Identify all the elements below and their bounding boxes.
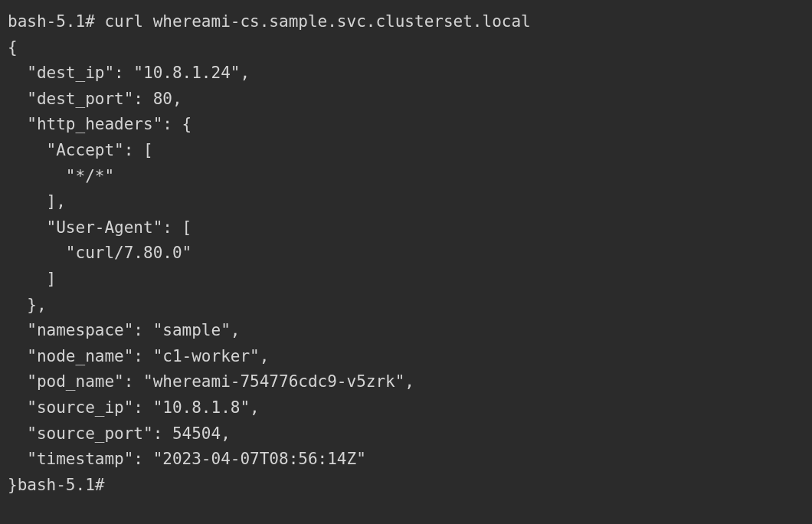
json-line: "node_name": "c1-worker", — [8, 344, 804, 370]
last-line: }bash-5.1# — [8, 473, 804, 499]
json-line: "source_port": 54504, — [8, 421, 804, 447]
json-line: "pod_name": "whereami-754776cdc9-v5zrk", — [8, 369, 804, 395]
json-line: { — [8, 35, 804, 61]
json-line: "*/*" — [8, 164, 804, 190]
shell-prompt: bash-5.1# — [8, 12, 104, 31]
json-line: ], — [8, 189, 804, 215]
json-line: "http_headers": { — [8, 112, 804, 138]
json-line: }, — [8, 293, 804, 319]
json-line: "Accept": [ — [8, 138, 804, 164]
json-line: "dest_port": 80, — [8, 87, 804, 113]
json-line: "timestamp": "2023-04-07T08:56:14Z" — [8, 447, 804, 473]
json-line: "dest_ip": "10.8.1.24", — [8, 61, 804, 87]
json-close: } — [8, 476, 18, 494]
shell-prompt: bash-5.1# — [18, 476, 114, 494]
command-line: bash-5.1# curl whereami-cs.sample.svc.cl… — [8, 9, 804, 35]
json-line: "User-Agent": [ — [8, 215, 804, 241]
terminal-window[interactable]: bash-5.1# curl whereami-cs.sample.svc.cl… — [8, 9, 804, 498]
json-line: "namespace": "sample", — [8, 318, 804, 344]
json-line: "curl/7.80.0" — [8, 241, 804, 267]
json-line: ] — [8, 267, 804, 293]
json-response: { "dest_ip": "10.8.1.24", "dest_port": 8… — [8, 35, 804, 499]
json-line: "source_ip": "10.8.1.8", — [8, 395, 804, 421]
curl-command: curl whereami-cs.sample.svc.clusterset.l… — [104, 12, 530, 31]
